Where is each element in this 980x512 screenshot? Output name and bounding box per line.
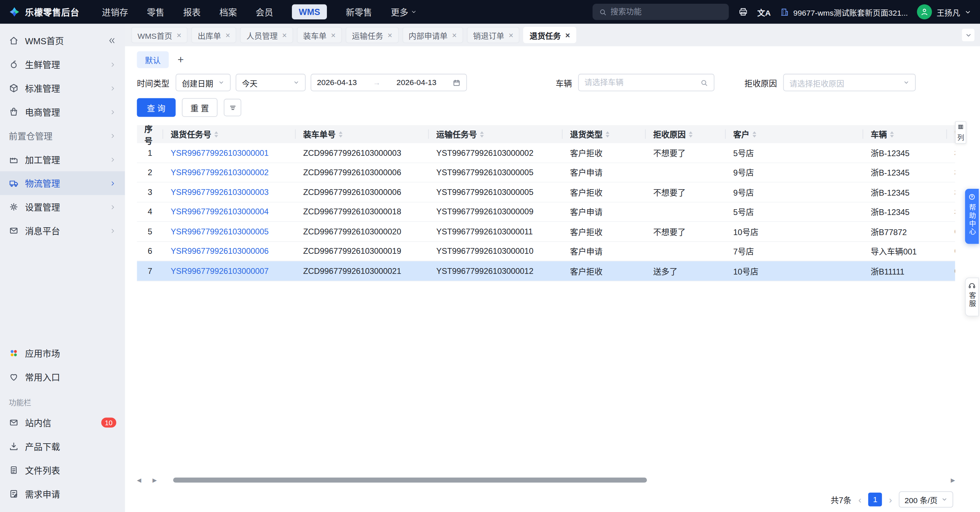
sidebar-item-4[interactable]: 前置仓管理 <box>0 124 125 148</box>
column-header-8[interactable]: 司机 <box>947 125 955 143</box>
tab-list-dropdown[interactable] <box>962 29 975 41</box>
sidebar-item-0[interactable]: WMS首页 <box>0 29 125 53</box>
return-task-link[interactable]: YSR996779926103000004 <box>163 202 296 221</box>
column-header-5[interactable]: 拒收原因 <box>646 125 725 143</box>
column-settings-button[interactable]: 列 <box>955 121 966 143</box>
vehicle-input[interactable] <box>584 78 696 87</box>
user-menu[interactable]: 王扬凡 <box>917 5 972 19</box>
tab-close-icon[interactable]: × <box>282 31 287 39</box>
sidebar-tool-item-2[interactable]: 文件列表 <box>0 458 125 482</box>
tab-0[interactable]: WMS首页× <box>131 27 188 43</box>
tab-close-icon[interactable]: × <box>331 31 336 39</box>
app-logo[interactable]: 乐檬零售后台 <box>9 6 80 18</box>
scroll-end-arrow[interactable]: ▶ <box>951 477 955 483</box>
tenant-switcher[interactable]: 99677-wms测试账套新页面321... <box>780 6 908 18</box>
column-header-7[interactable]: 车辆 <box>863 125 947 143</box>
sidebar-item-3[interactable]: 电商管理 <box>0 100 125 124</box>
sort-carets-icon[interactable] <box>214 131 218 137</box>
return-task-link[interactable]: YSR996779926103000007 <box>163 261 296 280</box>
topbar-menu-item-1[interactable]: 零售 <box>147 6 164 18</box>
topbar-menu-item-5[interactable]: WMS <box>292 5 327 19</box>
sort-carets-icon[interactable] <box>480 131 484 137</box>
tab-4[interactable]: 运输任务× <box>345 27 398 43</box>
reject-reason-select[interactable]: 请选择拒收原因 <box>783 74 916 91</box>
reset-button[interactable]: 重 置 <box>181 98 218 117</box>
column-header-4[interactable]: 退货类型 <box>563 125 646 143</box>
time-type-select[interactable]: 创建日期 <box>175 74 231 91</box>
topbar-menu-item-2[interactable]: 报表 <box>183 6 200 18</box>
topbar-menu-item-7[interactable]: 更多 <box>391 6 417 18</box>
tab-close-icon[interactable]: × <box>509 31 513 39</box>
global-search-input[interactable] <box>610 8 722 16</box>
tab-close-icon[interactable]: × <box>226 31 230 39</box>
table-row-4[interactable]: 5YSR996779926103000005ZCD996779926103000… <box>137 222 955 242</box>
sidebar-collapse-button[interactable] <box>108 37 116 45</box>
date-range-picker[interactable]: 2026-04-13 → 2026-04-13 <box>310 74 467 91</box>
topbar-menu-item-3[interactable]: 档案 <box>220 6 237 18</box>
next-page-button[interactable]: › <box>889 494 892 505</box>
sidebar-item-2[interactable]: 标准管理 <box>0 76 125 100</box>
tab-close-icon[interactable]: × <box>177 31 181 39</box>
topbar-menu-item-0[interactable]: 进销存 <box>102 6 128 18</box>
sidebar-tool-item-1[interactable]: 产品下载 <box>0 434 125 458</box>
scrollbar-track[interactable] <box>168 476 947 484</box>
page-size-select[interactable]: 200 条/页 <box>899 491 953 507</box>
language-button[interactable]: 文A <box>757 6 771 18</box>
tab-7[interactable]: 退货任务× <box>523 27 576 43</box>
query-button[interactable]: 查 询 <box>137 98 175 117</box>
sort-carets-icon[interactable] <box>689 131 692 137</box>
tab-close-icon[interactable]: × <box>452 31 457 39</box>
sidebar-tool-item-3[interactable]: 需求申请 <box>0 482 125 506</box>
global-search[interactable] <box>592 4 729 20</box>
sidebar-bottom-item-1[interactable]: 常用入口 <box>0 365 125 389</box>
scroll-left-arrow[interactable]: ◀ <box>137 477 141 483</box>
sidebar-tool-item-0[interactable]: 站内信10 <box>0 410 125 434</box>
tab-5[interactable]: 内部申请单× <box>402 27 463 43</box>
return-task-link[interactable]: YSR996779926103000006 <box>163 242 296 261</box>
table-row-1[interactable]: 2YSR996779926103000002ZCD996779926103000… <box>137 163 955 183</box>
tab-1[interactable]: 出库单× <box>191 27 237 43</box>
column-header-2[interactable]: 装车单号 <box>296 125 429 143</box>
tab-close-icon[interactable]: × <box>565 31 570 39</box>
help-center-tab[interactable]: 帮助中心 <box>965 189 978 244</box>
column-header-6[interactable]: 客户 <box>725 125 863 143</box>
page-1-button[interactable]: 1 <box>869 493 882 506</box>
topbar-menu-item-6[interactable]: 新零售 <box>346 6 372 18</box>
table-row-5[interactable]: 6YSR996779926103000006ZCD996779926103000… <box>137 242 955 261</box>
table-row-2[interactable]: 3YSR996779926103000003ZCD996779926103000… <box>137 183 955 202</box>
display-settings-button[interactable] <box>224 99 241 116</box>
tab-close-icon[interactable]: × <box>387 31 392 39</box>
sidebar-bottom-item-0[interactable]: 应用市场 <box>0 341 125 365</box>
preset-default-tag[interactable]: 默认 <box>137 51 169 68</box>
sidebar-item-1[interactable]: 生鲜管理 <box>0 52 125 76</box>
return-task-link[interactable]: YSR996779926103000005 <box>163 222 296 241</box>
sort-carets-icon[interactable] <box>339 131 342 137</box>
sidebar-item-7[interactable]: 设置管理 <box>0 195 125 219</box>
sidebar-item-6[interactable]: 物流管理 <box>0 171 125 195</box>
return-task-link[interactable]: YSR996779926103000003 <box>163 183 296 202</box>
vehicle-select[interactable] <box>578 74 715 91</box>
sort-carets-icon[interactable] <box>752 131 756 137</box>
tab-6[interactable]: 销退订单× <box>467 27 519 43</box>
return-task-link[interactable]: YSR996779926103000002 <box>163 163 296 182</box>
date-preset-select[interactable]: 今天 <box>236 74 306 91</box>
sort-carets-icon[interactable] <box>890 131 894 137</box>
table-row-6[interactable]: 7YSR996779926103000007ZCD996779926103000… <box>137 261 955 281</box>
scrollbar-thumb[interactable] <box>173 478 647 483</box>
scroll-right-arrow[interactable]: ▶ <box>153 477 157 483</box>
table-row-0[interactable]: 1YSR996779926103000001ZCD996779926103000… <box>137 143 955 163</box>
add-preset-button[interactable]: + <box>175 53 186 66</box>
sort-carets-icon[interactable] <box>606 131 609 137</box>
column-header-3[interactable]: 运输任务号 <box>429 125 563 143</box>
column-header-1[interactable]: 退货任务号 <box>163 125 296 143</box>
tab-3[interactable]: 装车单× <box>297 27 342 43</box>
topbar-menu-item-4[interactable]: 会员 <box>256 6 273 18</box>
prev-page-button[interactable]: ‹ <box>858 494 861 505</box>
sidebar-item-8[interactable]: 消息平台 <box>0 219 125 243</box>
return-task-link[interactable]: YSR996779926103000001 <box>163 143 296 162</box>
tab-2[interactable]: 人员管理× <box>240 27 293 43</box>
print-button[interactable] <box>738 7 748 17</box>
customer-service-tab[interactable]: 客服 <box>965 278 978 316</box>
sidebar-item-5[interactable]: 加工管理 <box>0 148 125 172</box>
table-row-3[interactable]: 4YSR996779926103000004ZCD996779926103000… <box>137 202 955 222</box>
